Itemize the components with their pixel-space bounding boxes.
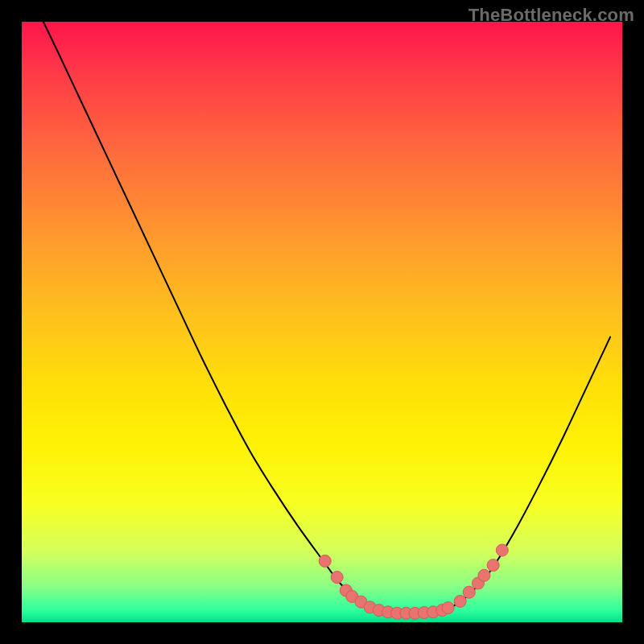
chart-stage: TheBottleneck.com <box>0 0 644 644</box>
watermark-text: TheBottleneck.com <box>469 5 634 26</box>
plot-area <box>22 22 622 622</box>
